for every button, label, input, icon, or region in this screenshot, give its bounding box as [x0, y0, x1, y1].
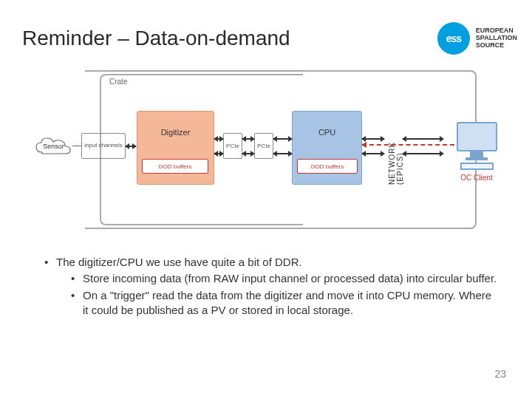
connector-arrow [403, 138, 443, 140]
connector-arrow [214, 153, 223, 154]
sensor-label: Sensor [43, 143, 64, 150]
trigger-arrow [362, 144, 454, 146]
monitor-icon [457, 122, 497, 151]
digitizer-dod-buffer: DOD buffers [142, 159, 208, 174]
monitor-stand-icon [470, 151, 483, 157]
digitizer-box: Digitizer [137, 111, 214, 185]
page-number: 23 [494, 368, 506, 380]
connector-arrow [403, 153, 443, 154]
bullet-1b: On a "trigger" read the data from the di… [71, 288, 499, 318]
keyboard-icon [460, 163, 494, 170]
pcie-box-2: PCIe [254, 133, 273, 159]
bullet-1a: Store incoming data (from RAW input chan… [71, 271, 499, 286]
page-title: Reminder – Data-on-demand [22, 27, 290, 50]
connector-arrow [273, 138, 292, 140]
input-channels-box: input channels [81, 133, 126, 159]
slide-header: Reminder – Data-on-demand ess EUROPEAN S… [0, 22, 532, 55]
logo-line3: SOURCE [476, 42, 517, 50]
oc-client: OC Client [447, 122, 506, 192]
bullet-list: The digitizer/CPU we use have quite a bi… [44, 255, 499, 319]
sensor-cloud: Sensor [33, 133, 74, 159]
architecture-diagram: Crate Sensor input channels Digitizer DO… [15, 70, 517, 229]
oc-client-label: OC Client [460, 174, 492, 182]
digitizer-label: Digitizer [161, 128, 191, 137]
pcie-box-1: PCIe [223, 133, 242, 159]
connector-arrow [242, 153, 254, 154]
connector-arrow [72, 146, 81, 146]
ess-logo-text: EUROPEAN SPALLATION SOURCE [476, 27, 517, 50]
ess-logo: ess EUROPEAN SPALLATION SOURCE [437, 22, 517, 55]
cpu-dod-buffer: DOD buffers [297, 159, 358, 174]
network-label: NETWORK (EPICS) [388, 111, 404, 185]
connector-arrow [273, 153, 292, 154]
bullet-1: The digitizer/CPU we use have quite a bi… [44, 255, 499, 270]
cpu-label: CPU [318, 128, 335, 137]
connector-arrow [214, 138, 223, 140]
ess-logo-mark: ess [437, 22, 470, 55]
connector-arrow [362, 153, 384, 154]
cpu-box: CPU [292, 111, 362, 185]
connector-arrow [242, 138, 254, 140]
monitor-base-icon [466, 157, 488, 160]
connector-arrow [126, 146, 136, 147]
connector-arrow [362, 138, 384, 140]
